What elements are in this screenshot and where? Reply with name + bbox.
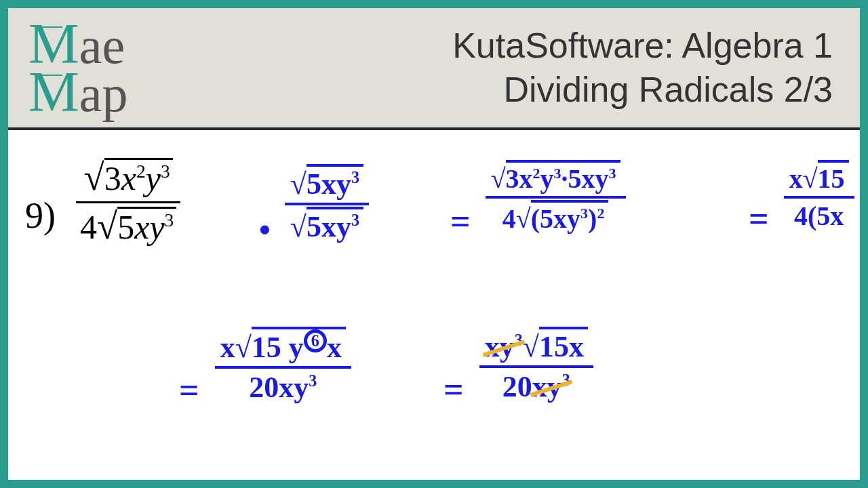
circled-exponent: 6: [304, 329, 327, 352]
step2-num: 3x2y3·5xy3: [506, 163, 616, 194]
hw-step-3: = x√15 4(5x: [741, 160, 854, 239]
header-bar: M ae M ap KutaSoftware: Algebra 1 Dividi…: [8, 8, 860, 130]
title-line-2: Dividing Radicals 2/3: [155, 68, 833, 112]
step4-num-coeff: x: [220, 331, 235, 364]
printed-denom-coeff: 4: [80, 208, 97, 246]
step3-num-radicand: 15: [818, 163, 845, 194]
logo-rest-1: ae: [79, 24, 125, 68]
step5-num-strike: xy3: [485, 330, 523, 363]
step3-den: 4(5x: [794, 201, 844, 231]
title-line-1: KutaSoftware: Algebra 1: [155, 24, 833, 68]
hw-step-2: = √3x2y3·5xy3 4√(5xy3)2: [442, 160, 626, 241]
logo-row-2: M ap: [28, 68, 127, 116]
hw-step-5: = xy3√15x 20xy3: [435, 327, 593, 409]
step1-num: 5xy3: [307, 167, 359, 201]
step2-den-coeff: 4: [502, 203, 516, 234]
step4-rad-a: 15 y6x: [252, 331, 342, 364]
step5-num-radicand: 15x: [539, 330, 584, 363]
problem-number: 9): [25, 195, 56, 237]
logo-rest-2: ap: [79, 72, 128, 116]
logo: M ae M ap: [28, 20, 127, 117]
printed-expression: √3x2y3 4√5xy3: [76, 157, 180, 247]
step5-den-coeff: 20: [502, 370, 532, 403]
hw-step-4: = x√15 y6x 20xy3: [171, 327, 351, 410]
step4-den: 20xy3: [249, 371, 317, 404]
step5-den-strike: xy3: [532, 370, 570, 403]
logo-letter-m2: M: [28, 68, 79, 116]
hw-step-1: • √5xy3 √5xy3: [252, 164, 369, 248]
step1-den: 5xy3: [307, 210, 359, 243]
printed-denom-radicand: 5xy3: [117, 208, 174, 246]
printed-numerator: 3x2y3: [104, 159, 170, 197]
content-area: 9) √3x2y3 4√5xy3 • √5xy3 √5xy3 = √3x2y3·…: [8, 130, 860, 480]
title-area: KutaSoftware: Algebra 1 Dividing Radical…: [155, 24, 840, 112]
step2-den-radicand: (5xy3)2: [531, 203, 605, 234]
step3-num-coeff: x: [789, 163, 803, 194]
